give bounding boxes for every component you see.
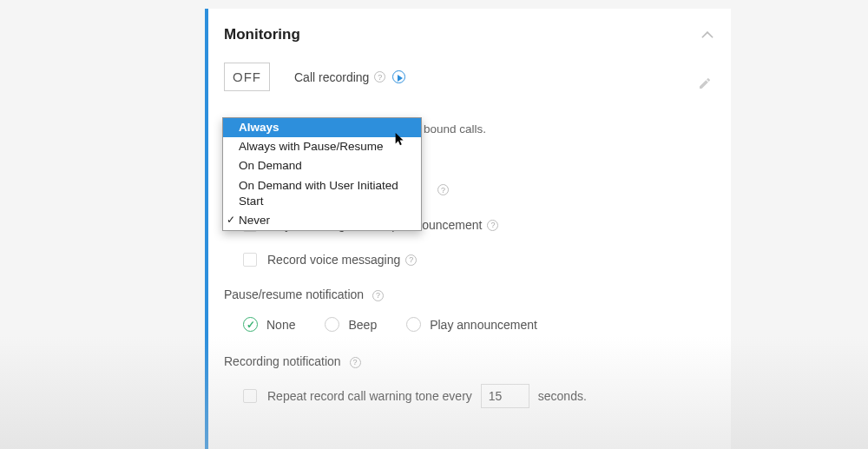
help-icon[interactable]: ? [487, 220, 498, 231]
radio-circle [325, 317, 339, 332]
radio-circle [243, 317, 258, 332]
voice-messaging-label: Record voice messaging [267, 253, 400, 267]
repeat-tone-row: Repeat record call warning tone every se… [243, 384, 713, 408]
help-icon[interactable]: ? [374, 71, 385, 83]
record-mode-dropdown[interactable]: Always Always with Pause/Resume On Deman… [222, 117, 422, 231]
radio-beep[interactable]: Beep [325, 317, 377, 332]
dropdown-option-on-demand[interactable]: On Demand [223, 156, 421, 175]
radio-none[interactable]: None [243, 317, 295, 332]
hint-text-fragment: bound calls. [424, 122, 486, 135]
radio-circle [406, 317, 421, 332]
repeat-interval-input[interactable] [481, 384, 529, 408]
repeat-tone-checkbox[interactable] [243, 389, 257, 403]
voice-messaging-checkbox[interactable] [243, 253, 257, 267]
help-icon[interactable]: ? [350, 357, 361, 368]
play-icon[interactable] [392, 70, 405, 83]
recording-notification-section: Recording notification ? Repeat record c… [224, 354, 713, 408]
collapse-icon[interactable] [701, 28, 713, 42]
radio-play-announcement[interactable]: Play announcement [406, 317, 537, 332]
section-header: Monitoring [224, 26, 713, 43]
help-icon[interactable]: ? [372, 290, 384, 301]
help-icon[interactable]: ? [437, 184, 449, 195]
pause-resume-options: None Beep Play announcement [243, 317, 713, 332]
pause-resume-section: Pause/resume notification ? None Beep Pl… [224, 287, 713, 332]
voice-messaging-checkbox-row: Record voice messaging ? [243, 253, 713, 267]
call-recording-label: Call recording [294, 70, 369, 84]
mouse-cursor-icon [395, 133, 405, 147]
recording-notification-title: Recording notification ? [224, 354, 713, 368]
section-title: Monitoring [224, 26, 300, 43]
repeat-prefix: Repeat record call warning tone every [267, 389, 472, 403]
dropdown-option-always-pause[interactable]: Always with Pause/Resume [223, 137, 421, 156]
dropdown-option-on-demand-user[interactable]: On Demand with User Initiated Start [223, 176, 421, 211]
pause-resume-title: Pause/resume notification ? [224, 287, 713, 301]
call-recording-row: OFF Call recording ? [224, 63, 713, 91]
edit-icon[interactable] [698, 76, 712, 90]
help-icon[interactable]: ? [405, 254, 417, 266]
dropdown-option-always[interactable]: Always [223, 118, 421, 137]
repeat-suffix: seconds. [538, 389, 587, 403]
monitoring-panel: Monitoring OFF Call recording ? bound ca… [205, 9, 731, 449]
call-recording-toggle[interactable]: OFF [224, 63, 270, 91]
dropdown-option-never[interactable]: Never [223, 211, 421, 230]
